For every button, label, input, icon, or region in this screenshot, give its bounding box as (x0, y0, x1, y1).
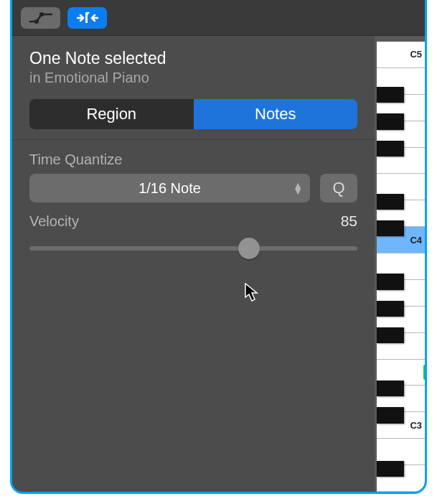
chevrons-icon: ▲▼ (293, 182, 303, 194)
time-quantize-label: Time Quantize (29, 151, 357, 168)
velocity-slider[interactable] (29, 234, 357, 263)
piano-keyboard[interactable]: C5C4C3 (375, 36, 425, 492)
piano-black-key[interactable] (377, 407, 404, 423)
time-quantize-select[interactable]: 1/16 Note ▲▼ (29, 174, 310, 202)
inspector-panel: One Note selected in Emotional Piano Reg… (12, 36, 375, 492)
content-row: One Note selected in Emotional Piano Reg… (12, 36, 425, 492)
piano-black-key[interactable] (377, 461, 404, 477)
slider-track (29, 246, 357, 251)
topbar (12, 0, 425, 36)
piano-black-key[interactable] (377, 113, 404, 129)
time-quantize-value: 1/16 Note (138, 180, 201, 197)
velocity-label: Velocity (29, 213, 79, 230)
piano-black-key[interactable] (377, 220, 404, 236)
selection-title: One Note selected (29, 49, 357, 68)
velocity-value: 85 (341, 213, 357, 230)
piano-black-key[interactable] (377, 381, 404, 396)
piano-black-key[interactable] (377, 301, 404, 317)
automation-curve-icon (29, 11, 53, 24)
piano-black-key[interactable] (377, 141, 404, 157)
svg-point-0 (34, 19, 39, 24)
tab-notes[interactable]: Notes (194, 99, 358, 129)
piano-black-key[interactable] (377, 327, 404, 343)
svg-point-1 (39, 12, 44, 17)
piano-black-key[interactable] (377, 87, 404, 103)
catch-playhead-icon (75, 11, 100, 25)
automation-toggle[interactable] (21, 7, 60, 29)
catch-playhead-toggle[interactable] (67, 7, 107, 29)
segmented-control[interactable]: Region Notes (29, 99, 357, 129)
quantize-button[interactable]: Q (320, 174, 357, 202)
piano-black-key[interactable] (377, 194, 404, 210)
divider (12, 139, 375, 140)
slider-thumb[interactable] (238, 238, 260, 259)
piano-black-key[interactable] (377, 274, 404, 289)
selection-subtitle: in Emotional Piano (29, 70, 357, 86)
editor-window: One Note selected in Emotional Piano Reg… (10, 0, 427, 494)
tab-region[interactable]: Region (29, 99, 194, 129)
